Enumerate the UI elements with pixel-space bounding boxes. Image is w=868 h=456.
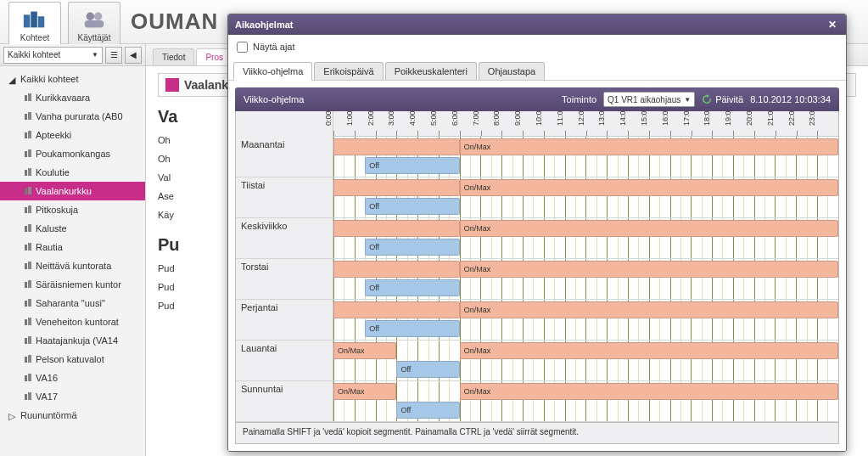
svg-rect-21 (28, 224, 31, 232)
tree-item[interactable]: VA17 (0, 387, 145, 406)
segment-off[interactable]: Off (365, 279, 460, 296)
segment-off[interactable]: Off (365, 239, 460, 256)
segment-off[interactable]: Off (396, 361, 459, 378)
segment-on[interactable] (333, 138, 460, 155)
segment-on[interactable]: On/Max (460, 383, 838, 400)
segment-off[interactable]: Off (365, 157, 460, 174)
dialog-tab[interactable]: Poikkeuskalenteri (385, 62, 477, 80)
show-times-input[interactable] (237, 42, 248, 53)
svg-rect-6 (25, 95, 27, 101)
day-timeline[interactable]: On/MaxOff (333, 177, 838, 217)
dialog-title-text: Aikaohjelmat (235, 20, 293, 30)
building-icon (24, 318, 32, 326)
day-timeline[interactable]: On/MaxOff (333, 300, 838, 340)
tree-item[interactable]: Säräisniemen kuntor (0, 275, 145, 294)
ruler-hour-label: 11:00 (556, 111, 564, 126)
building-icon (24, 243, 32, 251)
list-icon[interactable]: ☰ (105, 47, 122, 64)
segment-off[interactable]: Off (396, 402, 459, 419)
ruler-hour-label: 19:00 (724, 111, 732, 126)
tree-expand-icon: ◢ (8, 75, 17, 83)
toiminto-value: Q1 VR1 aikaohjaus (608, 95, 680, 104)
left-panel: Kaikki kohteet ▼ ☰ ◀ ◢ Kaikki kohteet Ku… (0, 44, 146, 456)
schedule-header-title: Viikko-ohjelma (244, 94, 304, 104)
dialog-tab[interactable]: Ohjaustapa (479, 62, 545, 80)
day-timeline[interactable]: On/MaxOn/MaxOff (333, 381, 838, 421)
day-timeline[interactable]: On/MaxOn/MaxOff (333, 341, 838, 380)
tree-item[interactable]: Haatajankuja (VA14 (0, 331, 145, 350)
toiminto-select[interactable]: Q1 VR1 aikaohjaus ▼ (603, 92, 695, 107)
dialog-tab[interactable]: Erikoispäivä (314, 62, 383, 80)
nav-kohteet[interactable]: Kohteet (8, 2, 61, 44)
segment-on[interactable] (333, 261, 460, 278)
tree-item[interactable]: Veneheiton kuntorat (0, 312, 145, 331)
day-label: Maanantai (236, 137, 333, 177)
sites-filter-combo[interactable]: Kaikki kohteet ▼ (3, 47, 103, 64)
refresh-label: Päivitä (715, 94, 743, 104)
tree-item[interactable]: Kurikkavaara (0, 88, 145, 107)
tree-item[interactable]: Poukamonkangas (0, 144, 145, 163)
building-icon (24, 280, 32, 289)
tree-item-label: VA16 (36, 373, 58, 383)
tab-tiedot[interactable]: Tiedot (153, 48, 194, 65)
tree-item[interactable]: Vanha pururata (AB0 (0, 107, 145, 126)
schedule-panel: Viikko-ohjelma Toiminto Q1 VR1 aikaohjau… (228, 81, 846, 451)
segment-off[interactable]: Off (365, 198, 460, 215)
tree-item[interactable]: Saharanta "uusi" (0, 294, 145, 312)
day-timeline[interactable]: On/MaxOff (333, 137, 838, 177)
tree-item[interactable]: Pelson katuvalot (0, 350, 145, 369)
segment-on[interactable]: On/Max (460, 342, 838, 359)
svg-rect-33 (28, 336, 31, 344)
tree-expand-icon: ▷ (8, 411, 17, 419)
building-icon (24, 112, 32, 121)
svg-rect-29 (28, 299, 31, 307)
segment-on[interactable]: On/Max (460, 301, 838, 318)
tree-root[interactable]: ◢ Kaikki kohteet (0, 70, 145, 88)
tree-item[interactable]: Neittävä kuntorata (0, 256, 145, 275)
refresh-button[interactable]: Päivitä (702, 94, 743, 104)
tree-item-label: Neittävä kuntorata (36, 261, 111, 271)
ruler-hour-label: 18:00 (703, 111, 711, 126)
tree-item-label: Vaalankurkku (36, 186, 92, 196)
dialog-titlebar[interactable]: Aikaohjelmat ✕ (228, 14, 846, 35)
svg-rect-17 (28, 187, 31, 194)
tree-item-label: VA17 (36, 391, 58, 402)
tree-item[interactable]: Kaluste (0, 219, 145, 238)
tree-item[interactable]: Vaalankurkku (0, 182, 145, 200)
svg-rect-25 (28, 262, 31, 269)
show-times-label: Näytä ajat (253, 42, 295, 52)
tree-item-label: Säräisniemen kuntor (36, 279, 121, 290)
tree-item[interactable]: Apteekki (0, 126, 145, 144)
day-timeline[interactable]: On/MaxOff (333, 218, 838, 258)
segment-on[interactable]: On/Max (460, 138, 838, 155)
ruler-hour-label: 23:00 (808, 111, 816, 126)
segment-on[interactable] (333, 179, 460, 196)
collapse-icon[interactable]: ◀ (125, 47, 142, 64)
ruler-hour-label: 13:00 (597, 111, 606, 126)
show-times-checkbox[interactable]: Näytä ajat (237, 42, 295, 53)
ruler-hour-label: 21:00 (766, 111, 775, 126)
tree-footer-item[interactable]: ▷ Ruununtörmä (0, 406, 145, 425)
tree-item[interactable]: Rautia (0, 238, 145, 256)
svg-rect-11 (28, 131, 31, 138)
dialog-tab[interactable]: Viikko-ohjelma (233, 62, 312, 81)
day-label: Tiistai (236, 177, 333, 217)
close-icon[interactable]: ✕ (826, 18, 839, 31)
tree-item[interactable]: Koulutie (0, 163, 145, 182)
tree-item[interactable]: VA16 (0, 369, 145, 387)
segment-on[interactable]: On/Max (460, 220, 838, 237)
segment-on[interactable] (333, 301, 460, 318)
brand-text: OUMAN (131, 8, 218, 34)
schedule-dialog: Aikaohjelmat ✕ Näytä ajat Viikko-ohjelma… (227, 14, 847, 452)
segment-on[interactable]: On/Max (333, 383, 396, 400)
svg-point-4 (94, 12, 102, 20)
tree-item[interactable]: Pitkoskuja (0, 200, 145, 219)
segment-on[interactable] (333, 220, 460, 237)
segment-off[interactable]: Off (365, 320, 460, 337)
segment-on[interactable]: On/Max (333, 342, 396, 359)
nav-kayttajat[interactable]: Käyttäjät (68, 2, 120, 44)
day-timeline[interactable]: On/MaxOff (333, 259, 838, 299)
segment-on[interactable]: On/Max (460, 261, 838, 278)
svg-rect-32 (25, 338, 27, 344)
segment-on[interactable]: On/Max (460, 179, 838, 196)
